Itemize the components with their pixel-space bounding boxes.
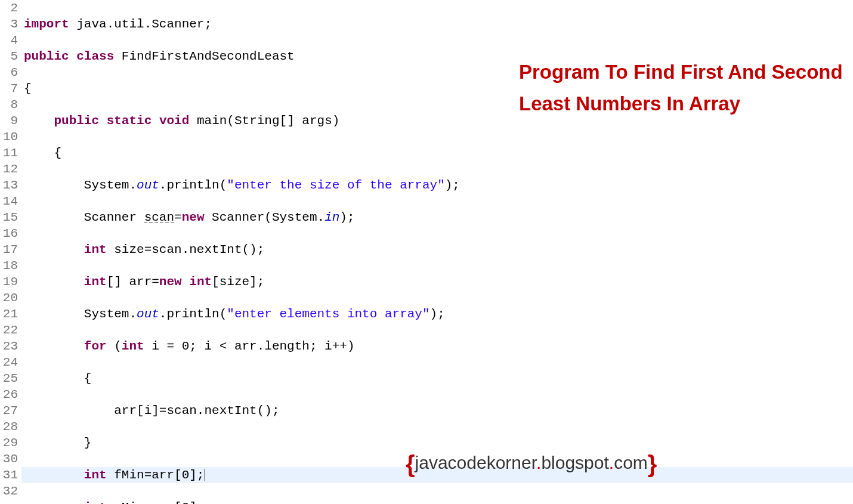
string-literal: "enter elements into array" (227, 307, 429, 321)
code-text: [size]; (212, 275, 264, 289)
code-line: for (int i = 0; i < arr.length; i++) (21, 338, 853, 354)
brace: { (84, 372, 92, 385)
line-number: 20 (0, 290, 18, 306)
field-ref: in (324, 211, 339, 224)
keyword: int (84, 500, 107, 504)
code-text: .println( (159, 307, 227, 321)
code-text: ( (107, 339, 122, 353)
line-number: 4 (0, 32, 18, 48)
keyword: for (84, 339, 107, 353)
watermark-text: com (614, 453, 648, 472)
keyword: import (24, 17, 69, 31)
line-number: 32 (0, 483, 18, 499)
text-cursor (205, 469, 205, 481)
code-text: = (174, 211, 182, 224)
line-number: 28 (0, 419, 18, 435)
keyword: static (107, 114, 152, 128)
code-text: fMin=arr[0]; (107, 468, 205, 482)
line-number: 25 (0, 370, 18, 386)
line-number: 27 (0, 403, 18, 419)
code-text: ); (339, 211, 354, 224)
keyword: int (122, 339, 144, 353)
code-line: System.out.println("enter elements into … (21, 306, 853, 322)
keyword: void (159, 114, 189, 128)
code-line: import java.util.Scanner; (21, 16, 853, 32)
line-number: 9 (0, 113, 18, 129)
code-line: } (21, 435, 853, 451)
line-number: 6 (0, 64, 18, 81)
keyword: new (159, 275, 182, 289)
class-name: FindFirstAndSecondLeast (122, 50, 295, 63)
brace-open-icon: { (406, 451, 415, 477)
line-number: 15 (0, 209, 18, 225)
code-line: { (21, 145, 853, 161)
code-text: size=scan.nextInt(); (107, 243, 265, 256)
code-line: arr[i]=scan.nextInt(); (21, 403, 853, 419)
keyword: new (182, 211, 205, 224)
keyword: public (54, 114, 99, 128)
line-number: 22 (0, 322, 18, 338)
field-ref: out (137, 178, 159, 192)
keyword: int (84, 468, 107, 482)
line-number: 17 (0, 242, 18, 258)
line-number: 30 (0, 451, 18, 467)
keyword: int (84, 275, 107, 289)
code-line: { (21, 370, 853, 386)
dot-icon: . (609, 453, 614, 472)
line-number-gutter: 2 3 4 5 6 7 8 9 10 11 12 13 14 15 16 17 … (0, 0, 21, 504)
line-number: 16 (0, 225, 18, 242)
line-number: 8 (0, 97, 18, 113)
code-text: System. (84, 307, 137, 321)
line-number: 29 (0, 435, 18, 451)
line-number: 26 (0, 386, 18, 403)
code-text: Scanner(System. (205, 211, 325, 224)
watermark-text: javacodekorner (415, 453, 536, 472)
watermark-text: blogspot (541, 453, 608, 472)
code-text: java.util.Scanner; (69, 17, 212, 31)
code-text: .println( (159, 178, 227, 192)
line-number: 10 (0, 129, 18, 145)
field-ref: out (137, 307, 159, 321)
line-number: 24 (0, 354, 18, 370)
code-text (182, 275, 190, 289)
code-line: int size=scan.nextInt(); (21, 242, 853, 258)
keyword: int (84, 243, 107, 256)
line-number: 14 (0, 193, 18, 209)
code-line: System.out.println("enter the size of th… (21, 177, 853, 193)
code-line: Scanner scan=new Scanner(System.in); (21, 209, 853, 225)
brace: } (84, 436, 92, 450)
keyword: public (24, 50, 69, 63)
line-number: 13 (0, 177, 18, 193)
line-number: 18 (0, 258, 18, 274)
code-text: sMin=arr[0]; (107, 500, 205, 504)
code-text: Scanner (84, 211, 144, 224)
title-overlay: Program To Find First And Second Least N… (519, 57, 853, 120)
brace-close-icon: } (648, 451, 657, 477)
line-number: 19 (0, 274, 18, 290)
code-text: i = 0; i < arr.length; i++) (144, 339, 355, 353)
code-line: int[] arr=new int[size]; (21, 274, 853, 290)
line-number: 5 (0, 48, 18, 64)
line-number: 11 (0, 145, 18, 161)
var-name: scan (144, 211, 174, 224)
line-number: 31 (0, 467, 18, 483)
line-number: 3 (0, 16, 18, 32)
method-sig: main(String[] args) (197, 114, 339, 128)
brace: { (24, 82, 32, 95)
code-text: ); (430, 307, 445, 321)
line-number: 12 (0, 161, 18, 177)
line-number: 2 (0, 0, 18, 16)
line-number: 21 (0, 306, 18, 322)
brace: { (54, 146, 61, 160)
code-line: int sMin=arr[0]; (21, 499, 853, 504)
string-literal: "enter the size of the array" (227, 178, 444, 192)
code-text: ); (445, 178, 460, 192)
code-text: [] arr= (107, 275, 159, 289)
keyword: int (189, 275, 212, 289)
code-text: System. (84, 178, 137, 192)
code-text: arr[i]=scan.nextInt(); (114, 404, 279, 418)
line-number: 7 (0, 81, 18, 97)
keyword: class (76, 50, 114, 63)
line-number: 23 (0, 338, 18, 354)
watermark: {javacodekorner.blogspot.com} (406, 451, 657, 478)
